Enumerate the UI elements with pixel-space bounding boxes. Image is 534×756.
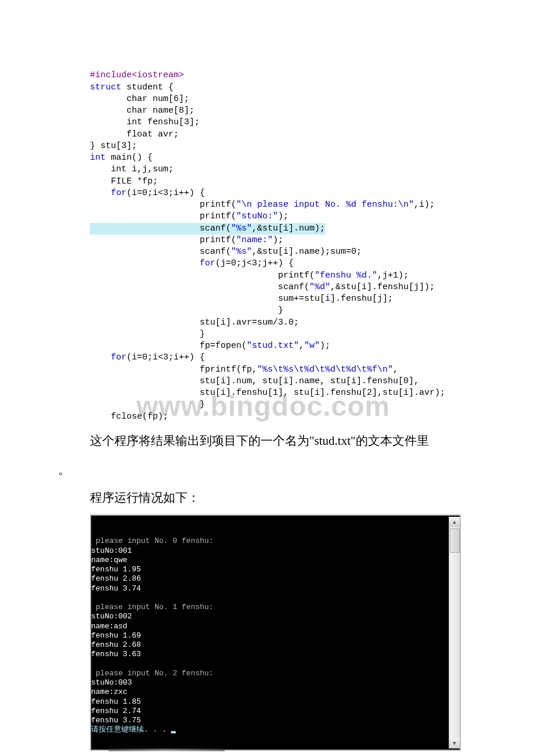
- code-line: stu[i].num, stu[i].name, stu[i].fenshu[0…: [90, 376, 419, 386]
- console-line: name:zxc: [91, 687, 127, 696]
- console-window: please input No. 0 fenshu: stuNo:001 nam…: [90, 514, 461, 751]
- console-scrollbar[interactable]: ▲ ▼: [449, 517, 460, 748]
- code-line: stu[i].fenshu[1], stu[i].fenshu[2],stu[i…: [90, 388, 445, 398]
- code-line: fclose(fp);: [90, 412, 168, 422]
- console-line: stuNo:001: [91, 546, 132, 555]
- code-string: "stuNo:": [236, 211, 278, 221]
- code-string: "%s\t%s\t%d\t%d\t%d\t%f\n": [257, 365, 393, 375]
- console-line: please input No. 0 fenshu:: [91, 537, 214, 545]
- code-token: fp=fopen(: [90, 341, 247, 351]
- code-token: );: [278, 211, 288, 221]
- code-line: char name[8];: [90, 106, 194, 116]
- console-line: fenshu 1.85: [91, 697, 141, 706]
- console-line: please input No. 1 fenshu:: [91, 603, 214, 611]
- code-token: );: [273, 235, 283, 245]
- code-token: main() {: [106, 153, 153, 163]
- code-token: (i=0;i<3;i++) {: [127, 352, 205, 362]
- code-token: (j=0;j<3;j++) {: [215, 258, 294, 268]
- code-token: for: [90, 258, 215, 268]
- scroll-down-arrow-icon[interactable]: ▼: [449, 738, 460, 748]
- period: 。: [58, 458, 476, 482]
- run-caption: 程序运行情况如下：: [90, 485, 476, 510]
- code-string: "%d": [309, 282, 330, 292]
- code-line: FILE *fp;: [90, 177, 158, 186]
- code-token: ,&stu[i].fenshu[j]);: [330, 282, 435, 292]
- code-string: "\n please input No. %d fenshu:\n": [236, 200, 414, 210]
- code-token: printf(: [90, 211, 236, 221]
- code-string: "name:": [236, 235, 273, 245]
- code-token: );: [320, 341, 330, 351]
- console-line: fenshu 2.86: [91, 574, 141, 583]
- code-line: int i,j,sum;: [90, 164, 174, 174]
- scroll-thumb[interactable]: [450, 528, 460, 553]
- code-token: for: [90, 352, 127, 362]
- console-line: 请按任意键继续. . . ▂: [91, 725, 176, 734]
- console-line: name:asd: [91, 622, 127, 631]
- console-line: fenshu 3.75: [91, 716, 141, 725]
- code-line: }: [90, 399, 205, 409]
- scroll-up-arrow-icon[interactable]: ▲: [449, 517, 460, 527]
- code-string: "%s": [231, 224, 252, 233]
- console-line: fenshu 3.74: [91, 584, 141, 593]
- code-token: ,j+1);: [377, 271, 409, 280]
- code-token: ,&stu[i].name);sum=0;: [252, 247, 362, 257]
- code-token: #include: [90, 70, 132, 80]
- code-token: ,i);: [414, 200, 435, 210]
- code-token: int: [90, 153, 106, 163]
- code-token: for: [90, 188, 127, 198]
- code-token: fprintf(fp,: [90, 365, 257, 375]
- console-output: please input No. 0 fenshu: stuNo:001 nam…: [91, 516, 460, 750]
- code-line: char num[6];: [90, 94, 189, 104]
- code-line: float avr;: [90, 129, 179, 139]
- code-token: <iostream>: [132, 70, 184, 80]
- code-token: ,&stu[i].num);: [252, 224, 325, 233]
- code-token: (i=0;i<3;i++) {: [127, 188, 205, 198]
- console-line: please input No. 2 fenshu:: [91, 669, 214, 678]
- console-line: fenshu 1.95: [91, 565, 141, 574]
- code-string: "stud.txt": [247, 341, 299, 351]
- code-token: printf(: [90, 235, 236, 245]
- code-token: scanf(: [90, 282, 309, 292]
- console-line: stuNo:002: [91, 612, 132, 621]
- code-string: "fenshu %d.": [315, 271, 377, 280]
- code-token: ,: [299, 341, 304, 351]
- code-token: printf(: [90, 271, 315, 280]
- code-line: } stu[3];: [90, 141, 137, 151]
- console-line: stuNo:003: [91, 678, 132, 687]
- code-string: "w": [304, 341, 320, 351]
- description-paragraph: 这个程序将结果输出到项目下的一个名为"stud.txt"的文本文件里: [90, 429, 476, 453]
- code-string: "%s": [231, 247, 252, 257]
- console-line: fenshu 1.69: [91, 631, 141, 640]
- code-line: stu[i].avr=sum/3.0;: [90, 318, 299, 327]
- console-line: fenshu 2.74: [91, 707, 141, 715]
- code-line: }: [90, 305, 283, 315]
- console-line: fenshu 3.63: [91, 650, 141, 658]
- code-token: printf(: [90, 200, 236, 210]
- code-token: student {: [121, 82, 174, 92]
- code-line: sum+=stu[i].fenshu[j];: [90, 294, 393, 304]
- code-line: }: [90, 329, 205, 339]
- highlighted-line: scanf("%s",&stu[i].num);: [90, 223, 325, 235]
- console-line: name:qwe: [91, 556, 127, 564]
- code-token: scanf(: [90, 224, 231, 233]
- code-token: scanf(: [90, 247, 231, 257]
- source-code-block: #include<iostream> struct student { char…: [90, 58, 476, 423]
- code-token: ,: [393, 365, 398, 375]
- code-line: int fenshu[3];: [90, 117, 200, 127]
- console-line: fenshu 2.68: [91, 640, 141, 649]
- code-token: struct: [90, 82, 121, 92]
